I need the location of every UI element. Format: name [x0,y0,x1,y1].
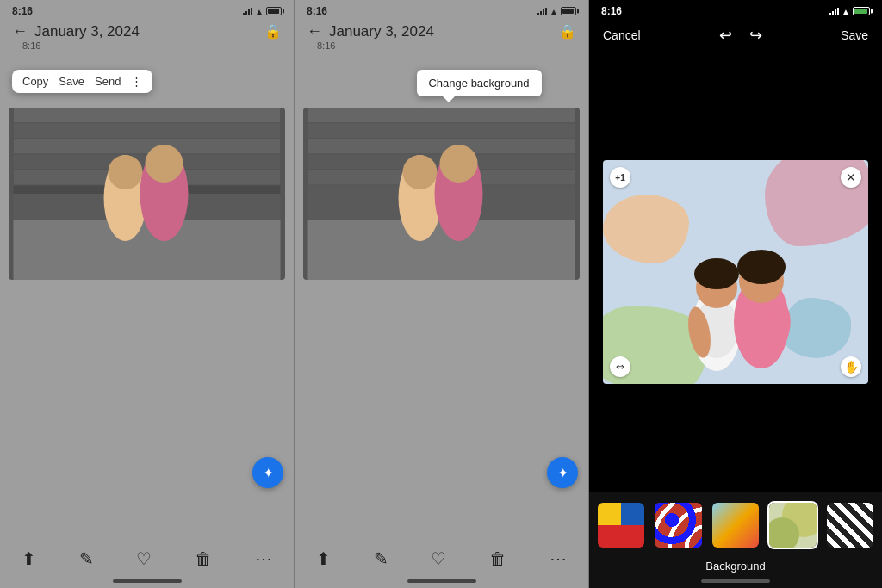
copy-button[interactable]: Copy [22,75,48,88]
fab-button-2[interactable]: ✦ [547,457,578,488]
swatch-nature-fill [712,503,759,548]
bottom-bar-2: ⬆ ✎ ♡ 🗑 ⋯ [295,540,588,576]
home-indicator-2 [407,579,476,583]
close-handle-icon: ✕ [846,170,856,184]
heart-icon-1[interactable]: ♡ [136,548,152,569]
editor-status-icons: ▲ [829,7,870,16]
undo-icon[interactable]: ↩ [719,26,732,45]
editor-section-label: Background [589,554,882,576]
signal-icon-3 [829,7,839,15]
svg-point-9 [109,155,143,189]
share-icon-1[interactable]: ⬆ [22,548,36,569]
svg-rect-4 [14,139,281,154]
status-bar-1: 8:16 ▲ [0,0,294,19]
bottom-bar-1: ⬆ ✎ ♡ 🗑 ⋯ [0,540,294,576]
photo-2 [303,108,580,280]
heart-icon-2[interactable]: ♡ [431,548,446,569]
bg-swatch-nature[interactable] [711,501,761,549]
editor-canvas: +1 ✕ ⇔ ✋ [589,52,882,492]
status-icons-1: ▲ [243,7,282,16]
save-button-editor[interactable]: Save [841,28,868,42]
svg-rect-3 [14,123,281,139]
send-button[interactable]: Send [95,75,121,88]
more-menu-button[interactable]: ⋮ [131,75,142,88]
swatch-geo-blue [621,503,644,525]
content-area-1: Copy Save Send ⋮ [0,54,294,540]
bg-swatch-abstract[interactable] [767,501,817,549]
svg-rect-15 [308,139,575,154]
bg-swatch-stripes[interactable] [825,501,875,549]
header-left-1: ← January 3, 2024 [12,22,140,40]
panel-2: 8:16 ▲ ← January 3, 2024 🔒 8:16 Change b… [295,0,589,588]
swatch-abstract-fill [769,503,816,548]
share-icon-2[interactable]: ⬆ [316,548,331,569]
svg-rect-14 [308,123,575,139]
cancel-button[interactable]: Cancel [603,28,641,42]
handle-move[interactable]: ✋ [841,356,861,377]
svg-point-11 [146,145,183,183]
fab-button-1[interactable]: ✦ [252,457,283,488]
content-area-2: Change background ← ✦ [295,54,588,540]
fab-icon-2: ✦ [557,465,568,481]
change-background-tooltip: Change background [416,70,541,96]
editor-toolbar: Cancel ↩ ↪ Save [589,19,882,52]
background-picker [589,492,882,554]
more-icon-2[interactable]: ⋯ [550,548,567,569]
move-handle-icon: ✋ [844,360,859,374]
delete-icon-1[interactable]: 🗑 [195,549,212,569]
bg-swatch-geometric[interactable] [596,501,646,549]
edit-icon-2[interactable]: ✎ [374,548,388,569]
photo-1 [9,108,285,280]
home-indicator-1 [113,579,182,583]
canvas-image-area: +1 ✕ ⇔ ✋ [603,160,868,384]
svg-point-22 [440,145,478,183]
panel-3-editor: 8:16 ▲ Cancel ↩ ↪ Save [589,0,882,588]
header-subtitle-2: 8:16 [295,40,588,54]
panel-1: 8:16 ▲ ← January 3, 2024 🔒 8:16 Copy Sav [0,0,295,588]
header-1: ← January 3, 2024 🔒 [0,19,294,40]
swatch-pattern-fill [655,503,701,548]
header-title-2: January 3, 2024 [329,23,434,40]
lock-icon-1: 🔒 [264,23,282,40]
save-button-1[interactable]: Save [59,75,84,88]
editor-toolbar-icons: ↩ ↪ [719,26,762,45]
battery-icon-3 [853,7,870,15]
battery-icon-2 [561,7,576,15]
wifi-icon-3: ▲ [842,7,850,16]
wifi-icon-2: ▲ [550,7,558,16]
status-bar-2: 8:16 ▲ [295,0,588,19]
header-title-1: January 3, 2024 [34,23,140,40]
photo-image-2 [303,108,580,280]
back-button-2[interactable]: ← [307,22,322,40]
handle-close[interactable]: ✕ [841,167,861,188]
swatch-geo-yellow [598,503,621,525]
svg-rect-18 [308,220,575,280]
svg-rect-2 [14,108,281,123]
swatch-geometric-grid [598,503,644,548]
redo-icon[interactable]: ↪ [749,26,762,45]
swatch-geo-red2 [621,525,644,548]
status-time-2: 8:16 [307,5,327,17]
photo-image-1 [9,108,285,280]
signal-icon-2 [537,7,547,15]
svg-rect-7 [14,220,281,280]
bg-swatch-pattern[interactable] [653,501,703,549]
more-icon-1[interactable]: ⋯ [255,548,272,569]
status-icons-2: ▲ [537,7,576,16]
delete-icon-2[interactable]: 🗑 [489,549,506,569]
battery-icon-1 [266,7,282,15]
wifi-icon-1: ▲ [255,7,264,16]
handle-add-layer[interactable]: +1 [610,167,630,188]
status-time-1: 8:16 [12,5,33,17]
signal-icon-1 [243,7,252,15]
edit-icon-1[interactable]: ✎ [79,548,94,569]
handle-resize[interactable]: ⇔ [610,356,630,377]
swatch-stripes-fill [827,503,873,548]
subject-cutout [641,195,830,384]
bg-swatch-row [596,501,875,549]
svg-point-20 [403,155,438,189]
back-button-1[interactable]: ← [12,22,28,40]
editor-status-bar: 8:16 ▲ [589,0,882,19]
fab-icon-1: ✦ [263,465,274,481]
subject-svg [641,195,830,384]
